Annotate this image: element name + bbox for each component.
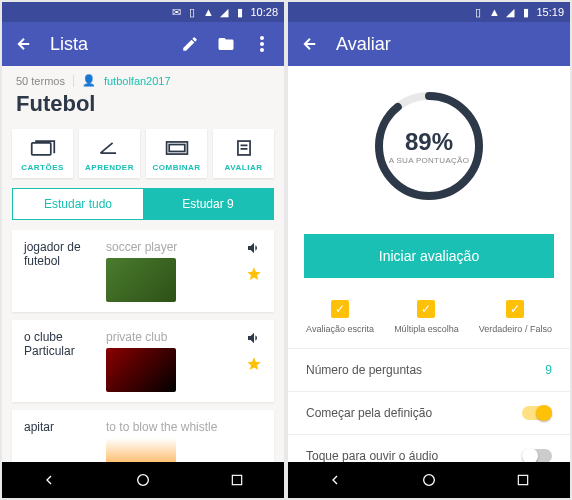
- app-bar: Lista: [2, 22, 284, 66]
- nav-back-icon[interactable]: [39, 470, 59, 490]
- svg-point-1: [260, 42, 264, 46]
- appbar-title: Lista: [50, 34, 164, 55]
- app-bar: Avaliar: [288, 22, 570, 66]
- nav-home-icon[interactable]: [419, 470, 439, 490]
- score-gauge: 89% A SUA PONTUAÇÃO: [369, 86, 489, 206]
- svg-rect-3: [31, 143, 50, 155]
- option-written[interactable]: ✓ Avaliação escrita: [306, 300, 374, 334]
- screen-lista: ✉ ▯ ▲ ◢ ▮ 10:28 Lista 50 termos 👤 futbol…: [2, 2, 284, 498]
- back-icon[interactable]: [14, 34, 34, 54]
- term-card[interactable]: apitar to to blow the whistle: [12, 410, 274, 462]
- audio-icon[interactable]: [246, 330, 262, 350]
- toggle-start-def[interactable]: [522, 406, 552, 420]
- action-cartoes[interactable]: CARTÕES: [12, 129, 73, 178]
- page-title: Futebol: [2, 91, 284, 129]
- nav-recent-icon[interactable]: [513, 470, 533, 490]
- wifi-icon: ▲: [202, 6, 214, 18]
- question-count-value: 9: [545, 363, 552, 377]
- signal-icon: ◢: [504, 6, 516, 18]
- term-card[interactable]: o clube Particular private club: [12, 320, 274, 402]
- battery-icon: ▮: [234, 6, 246, 18]
- checkbox-icon: ✓: [506, 300, 524, 318]
- action-combinar[interactable]: COMBINAR: [146, 129, 207, 178]
- status-time: 15:19: [536, 6, 564, 18]
- svg-rect-12: [518, 475, 527, 484]
- battery-icon: ▮: [520, 6, 532, 18]
- setting-tap-audio: Toque para ouvir o áudio: [288, 434, 570, 462]
- status-bar: ▯ ▲ ◢ ▮ 15:19: [288, 2, 570, 22]
- mail-icon: ✉: [170, 6, 182, 18]
- action-avaliar[interactable]: AVALIAR: [213, 129, 274, 178]
- nav-back-icon[interactable]: [325, 470, 345, 490]
- action-row: CARTÕES APRENDER COMBINAR AVALIAR: [2, 129, 284, 188]
- status-time: 10:28: [250, 6, 278, 18]
- audio-icon[interactable]: [246, 240, 262, 260]
- test-icon: [231, 139, 257, 157]
- term-image: [106, 348, 176, 392]
- star-icon[interactable]: [246, 266, 262, 286]
- term-count: 50 termos: [16, 75, 65, 87]
- study-tabs: Estudar tudo Estudar 9: [12, 188, 274, 220]
- wifi-icon: ▲: [488, 6, 500, 18]
- option-multiple[interactable]: ✓ Múltipla escolha: [394, 300, 459, 334]
- meta-row: 50 termos 👤 futbolfan2017: [2, 66, 284, 91]
- test-options: ✓ Avaliação escrita ✓ Múltipla escolha ✓…: [288, 286, 570, 348]
- tab-study-all[interactable]: Estudar tudo: [13, 189, 143, 219]
- content-area[interactable]: 89% A SUA PONTUAÇÃO Iniciar avaliação ✓ …: [288, 66, 570, 462]
- android-nav-bar: [2, 462, 284, 498]
- setting-start-definition: Começar pela definição: [288, 391, 570, 434]
- android-nav-bar: [288, 462, 570, 498]
- term-text: o clube Particular: [24, 330, 96, 392]
- term-text: apitar: [24, 420, 96, 462]
- start-test-button[interactable]: Iniciar avaliação: [304, 234, 554, 278]
- screen-avaliar: ▯ ▲ ◢ ▮ 15:19 Avaliar 89% A SUA PONTUAÇÃ…: [288, 2, 570, 498]
- term-text: jogador de futebol: [24, 240, 96, 302]
- status-bar: ✉ ▯ ▲ ◢ ▮ 10:28: [2, 2, 284, 22]
- nav-recent-icon[interactable]: [227, 470, 247, 490]
- nav-home-icon[interactable]: [133, 470, 153, 490]
- action-aprender[interactable]: APRENDER: [79, 129, 140, 178]
- setting-question-count[interactable]: Número de perguntas 9: [288, 348, 570, 391]
- term-card[interactable]: jogador de futebol soccer player: [12, 230, 274, 312]
- folder-icon[interactable]: [216, 34, 236, 54]
- more-icon[interactable]: [252, 34, 272, 54]
- term-image: [106, 438, 176, 462]
- match-icon: [164, 139, 190, 157]
- term-image: [106, 258, 176, 302]
- back-icon[interactable]: [300, 34, 320, 54]
- definition-text: private club: [106, 330, 236, 344]
- learn-icon: [97, 139, 123, 157]
- user-icon: 👤: [82, 74, 96, 87]
- toggle-audio[interactable]: [522, 449, 552, 462]
- svg-point-0: [260, 36, 264, 40]
- svg-point-7: [138, 475, 149, 486]
- star-icon[interactable]: [246, 356, 262, 376]
- signal-icon: ◢: [218, 6, 230, 18]
- score-section: 89% A SUA PONTUAÇÃO: [288, 66, 570, 226]
- checkbox-icon: ✓: [331, 300, 349, 318]
- definition-text: soccer player: [106, 240, 236, 254]
- score-percent: 89%: [405, 128, 453, 156]
- appbar-title: Avaliar: [336, 34, 558, 55]
- username[interactable]: futbolfan2017: [104, 75, 171, 87]
- definition-text: to to blow the whistle: [106, 420, 262, 434]
- phone-icon: ▯: [186, 6, 198, 18]
- cards-icon: [30, 139, 56, 157]
- edit-icon[interactable]: [180, 34, 200, 54]
- option-truefalse[interactable]: ✓ Verdadeiro / Falso: [479, 300, 552, 334]
- svg-rect-5: [169, 145, 185, 152]
- checkbox-icon: ✓: [417, 300, 435, 318]
- svg-point-11: [424, 475, 435, 486]
- svg-point-2: [260, 48, 264, 52]
- separator: [73, 75, 74, 87]
- tab-study-starred[interactable]: Estudar 9: [143, 189, 273, 219]
- score-label: A SUA PONTUAÇÃO: [389, 156, 470, 165]
- phone-icon: ▯: [472, 6, 484, 18]
- content-area[interactable]: 50 termos 👤 futbolfan2017 Futebol CARTÕE…: [2, 66, 284, 462]
- svg-rect-8: [232, 475, 241, 484]
